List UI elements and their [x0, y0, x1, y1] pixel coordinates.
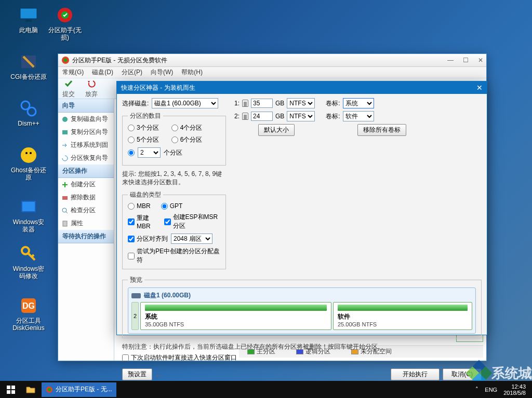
preset-button[interactable]: 预设置	[122, 368, 152, 380]
radio-gpt[interactable]: GPT	[161, 202, 183, 210]
svg-point-6	[28, 107, 36, 116]
taskbar-date[interactable]: 2018/5/8	[503, 390, 526, 396]
sidebar-item-migrate[interactable]: 迁移系统到固	[58, 139, 114, 152]
radio-custom[interactable]	[128, 149, 135, 156]
radio-mbr[interactable]: MBR	[128, 202, 151, 210]
fs-select-1[interactable]: NTFS	[287, 98, 315, 108]
titlebar[interactable]: 分区助手PE版 - 无损分区免费软件 — ☐ ✕	[58, 54, 486, 67]
align-select[interactable]: 2048 扇区	[171, 234, 212, 244]
preview-seg-1[interactable]: 系统 35.00GB NTFS	[140, 302, 331, 330]
undo-icon	[87, 79, 96, 88]
sidebar-group-partops: 分区操作	[58, 164, 114, 178]
cb-rebuild-mbr[interactable]: 重建MBR	[128, 214, 158, 230]
toolbar-commit[interactable]: 提交	[62, 79, 75, 99]
preview-count: 2	[131, 302, 139, 330]
svg-point-8	[25, 152, 28, 154]
partition-count-group: 分区的数目 3个分区 4个分区 5个分区 6个分区 2 个分区	[122, 112, 226, 166]
desktop-icon-wininstall[interactable]: Windows安 装器	[10, 197, 47, 233]
radio-6[interactable]: 6个分区	[171, 135, 203, 144]
chevron-icon[interactable]: ︽	[155, 370, 162, 379]
menu-wizard[interactable]: 向导(W)	[151, 68, 173, 77]
desktop-icon-dism[interactable]: Dism++	[10, 99, 47, 127]
label: 此电脑	[10, 26, 47, 34]
erase-icon	[61, 194, 69, 201]
preview-seg-2[interactable]: 软件 25.00GB NTFS	[333, 302, 472, 330]
minimize-button[interactable]: —	[447, 57, 454, 64]
sidebar-item-props[interactable]: 属性	[58, 217, 114, 230]
disk-icon	[131, 293, 141, 298]
select-disk-dropdown[interactable]: 磁盘1 (60.00GB)	[152, 98, 218, 108]
desktop-icon-diskgenius[interactable]: DG 分区工具 DiskGenius	[10, 296, 47, 332]
menu-help[interactable]: 帮助(H)	[181, 68, 203, 77]
sidebar-item-wipe[interactable]: 擦除数据	[58, 191, 114, 204]
dialog-close-button[interactable]: ✕	[476, 84, 483, 92]
svg-point-7	[21, 147, 36, 163]
cb-create-esp[interactable]: 创建ESP和MSR分区	[164, 213, 221, 230]
hint-text: 提示: 您能按1, 2, 3, 4, 5, 6, 7, 8, 9键来快速选择分区…	[122, 170, 226, 186]
dialog-titlebar[interactable]: 快速分区神器 - 为装机而生 ✕	[117, 81, 487, 94]
taskbar-tray-up-icon[interactable]: ˄	[475, 386, 478, 393]
fs-select-2[interactable]: NTFS	[287, 111, 315, 121]
default-size-button[interactable]: 默认大小	[258, 124, 295, 136]
sidebar-item-create[interactable]: 创建分区	[58, 178, 114, 191]
label: Windows密 码修改	[10, 265, 47, 280]
sidebar-item-recover[interactable]: 分区恢复向导	[58, 152, 114, 164]
migrate-icon	[61, 142, 69, 149]
close-button[interactable]: ✕	[478, 57, 483, 64]
windows-icon	[7, 386, 15, 394]
props-icon	[61, 220, 69, 227]
svg-text:DG: DG	[22, 301, 35, 310]
vol-select-1[interactable]: 系统	[343, 98, 374, 108]
ime-indicator[interactable]: ENG	[485, 387, 497, 393]
cb-pe-letter[interactable]: 尝试为PE中创建的分区分配盘符	[128, 247, 220, 265]
disk-type-group: 磁盘的类型 MBR GPT 重建MBR 创建ESP和MSR分区 分区对齐到 20…	[122, 190, 226, 269]
remove-labels-button[interactable]: 移除所有卷标	[357, 124, 406, 136]
custom-count-select[interactable]: 2	[138, 147, 161, 158]
radio-5[interactable]: 5个分区	[128, 135, 159, 144]
taskbar-time[interactable]: 12:43	[503, 383, 526, 390]
plus-icon	[61, 181, 69, 188]
sidebar-group-wizard: 向导	[58, 99, 114, 113]
lock-icon[interactable]	[242, 100, 248, 107]
taskbar-explorer[interactable]	[22, 382, 39, 397]
start-button[interactable]	[2, 382, 20, 397]
vol-select-2[interactable]: 软件	[343, 111, 374, 121]
size-input-2[interactable]	[251, 112, 273, 121]
radio-4[interactable]: 4个分区	[171, 123, 203, 132]
maximize-button[interactable]: ☐	[463, 57, 469, 64]
desktop-icon-winpwd[interactable]: Windows密 码修改	[10, 244, 47, 280]
menu-disk[interactable]: 磁盘(D)	[92, 68, 113, 77]
taskbar-active-app[interactable]: 分区助手PE版 - 无...	[42, 382, 116, 397]
search-icon	[61, 207, 69, 214]
desktop-icon-ghost[interactable]: Ghost备份还 原	[10, 145, 47, 181]
warning-text: 特别注意：执行此操作后，当前所选磁盘上已经存在的所有分区将被删除！按回车键开始分…	[122, 342, 482, 351]
sidebar-item-copypart[interactable]: 复制分区向导	[58, 126, 114, 139]
menu-general[interactable]: 常规(G)	[62, 68, 84, 77]
cb-next-launch[interactable]: 下次启动软件时直接进入快速分区窗口	[122, 353, 482, 362]
radio-3[interactable]: 3个分区	[128, 123, 159, 132]
execute-button[interactable]: 开始执行	[391, 368, 440, 380]
check-icon	[64, 79, 73, 88]
sidebar-group-pending: 等待执行的操作	[58, 230, 114, 243]
desktop-icon-cgi[interactable]: CGI备份还原	[10, 52, 47, 80]
cb-align[interactable]: 分区对齐到	[128, 235, 168, 243]
toolbar-discard[interactable]: 放弃	[85, 79, 98, 99]
partition-row-2: 2: GB NTFS 卷标: 软件	[234, 111, 482, 121]
desktop-icon-thispc[interactable]: 此电脑	[10, 5, 47, 34]
svg-point-27	[48, 388, 51, 391]
preview-group: 预览 磁盘1 (60.00GB) 2 系统 35.00GB NTFS 软件 25…	[122, 276, 482, 338]
svg-point-20	[62, 208, 66, 212]
svg-rect-19	[62, 196, 68, 200]
label: Dism++	[10, 120, 47, 127]
dialog-title: 快速分区神器 - 为装机而生	[121, 84, 195, 92]
label: Ghost备份还 原	[10, 167, 47, 181]
sidebar-item-check[interactable]: 检查分区	[58, 204, 114, 217]
svg-rect-0	[20, 8, 37, 19]
lock-icon[interactable]	[242, 113, 248, 120]
menu-partition[interactable]: 分区(P)	[122, 68, 142, 77]
desktop-icon-partassist[interactable]: 分区助手(无 损)	[47, 5, 83, 41]
app-icon	[61, 56, 70, 64]
partition-icon	[61, 129, 69, 136]
size-input-1[interactable]	[251, 99, 273, 108]
sidebar-item-copydisk[interactable]: 复制磁盘向导	[58, 113, 114, 126]
